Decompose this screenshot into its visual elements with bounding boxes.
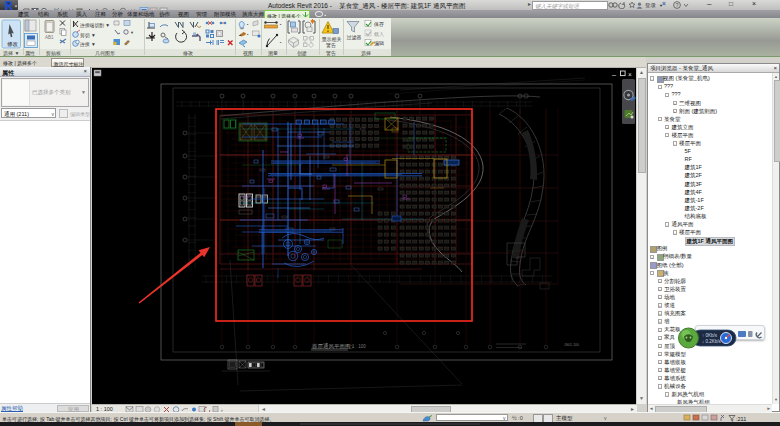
svg-text:▪: ▪ <box>247 32 249 37</box>
svg-text:1 : 100: 1 : 100 <box>352 344 366 349</box>
svg-text:首层通风平面图: 首层通风平面图 <box>312 342 351 350</box>
svg-text:▪: ▪ <box>280 22 282 27</box>
svg-text:–: – <box>612 71 616 78</box>
svg-text:连接端切割 ▼: 连接端切割 ▼ <box>80 22 110 29</box>
svg-text:保存: 保存 <box>373 21 384 27</box>
svg-text:AB1: AB1 <box>45 35 54 40</box>
svg-text:↑ 0Kb/s: ↑ 0Kb/s <box>702 333 718 338</box>
svg-text:编辑: 编辑 <box>374 40 384 46</box>
svg-text:×: × <box>628 71 632 78</box>
svg-text:?: ? <box>676 2 679 8</box>
svg-text:连接 ▼: 连接 ▼ <box>80 41 96 48</box>
svg-text:警告: 警告 <box>326 42 336 49</box>
svg-text:修改: 修改 <box>7 41 19 47</box>
svg-text:剪切 ▼: 剪切 ▼ <box>80 32 96 39</box>
svg-text:↓ 0.2Kb/s: ↓ 0.2Kb/s <box>702 339 722 344</box>
svg-text:▪: ▪ <box>280 40 282 45</box>
svg-text:JS01-100: JS01-100 <box>564 343 579 347</box>
svg-text:过滤器: 过滤器 <box>347 34 362 41</box>
svg-text:▪: ▪ <box>247 22 249 27</box>
svg-text:载入: 载入 <box>374 31 384 37</box>
svg-text:▼: ▼ <box>130 30 134 35</box>
